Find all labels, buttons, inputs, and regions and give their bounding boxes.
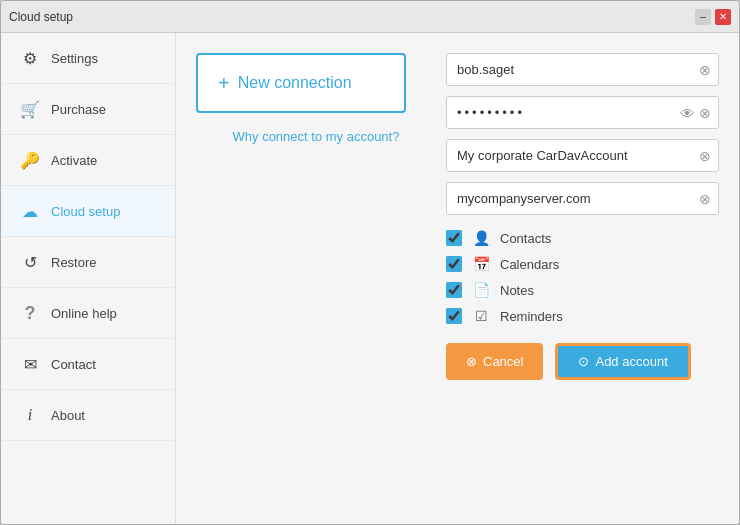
add-icon: ⊙ — [578, 354, 589, 369]
password-row: 👁 ⊗ — [446, 96, 719, 129]
cloud-icon: ☁ — [19, 200, 41, 222]
cancel-button[interactable]: ⊗ Cancel — [446, 343, 543, 380]
notes-checkbox-row: 📄 Notes — [446, 281, 719, 299]
sidebar-item-restore[interactable]: ↺ Restore — [1, 237, 175, 288]
server-row: ⊗ — [446, 182, 719, 215]
sidebar-item-contact-label: Contact — [51, 357, 96, 372]
sidebar-item-cloud-setup[interactable]: ☁ Cloud setup — [1, 186, 175, 237]
app-window: Cloud setup – ✕ ⚙ Settings 🛒 Purchase 🔑 … — [0, 0, 740, 525]
sidebar-item-settings[interactable]: ⚙ Settings — [1, 33, 175, 84]
username-clear-button[interactable]: ⊗ — [699, 62, 711, 78]
username-input[interactable] — [446, 53, 719, 86]
server-clear-icon-wrapper: ⊗ — [699, 191, 711, 207]
server-clear-button[interactable]: ⊗ — [699, 191, 711, 207]
new-connection-label: New connection — [238, 74, 352, 92]
password-clear-button[interactable]: ⊗ — [699, 105, 711, 121]
sidebar-item-activate-label: Activate — [51, 153, 97, 168]
notes-icon: 📄 — [472, 281, 490, 299]
account-name-row: ⊗ — [446, 139, 719, 172]
reminders-label: Reminders — [500, 309, 563, 324]
server-input[interactable] — [446, 182, 719, 215]
sidebar-item-cloud-label: Cloud setup — [51, 204, 120, 219]
notes-checkbox[interactable] — [446, 282, 462, 298]
add-account-label: Add account — [595, 354, 667, 369]
why-connect-link[interactable]: Why connect to my account? — [196, 129, 426, 144]
reminders-icon: ☑ — [472, 307, 490, 325]
settings-icon: ⚙ — [19, 47, 41, 69]
close-button[interactable]: ✕ — [715, 9, 731, 25]
plus-icon: + — [218, 73, 230, 93]
password-icons-wrapper: 👁 ⊗ — [680, 104, 711, 121]
cancel-icon: ⊗ — [466, 354, 477, 369]
cancel-label: Cancel — [483, 354, 523, 369]
calendars-icon: 📅 — [472, 255, 490, 273]
content-area: ⚙ Settings 🛒 Purchase 🔑 Activate ☁ Cloud… — [1, 33, 739, 524]
left-panel: + New connection Why connect to my accou… — [196, 53, 426, 504]
account-name-input[interactable] — [446, 139, 719, 172]
sidebar-item-help-label: Online help — [51, 306, 117, 321]
account-name-clear-icon-wrapper: ⊗ — [699, 148, 711, 164]
contacts-icon: 👤 — [472, 229, 490, 247]
sidebar-item-purchase-label: Purchase — [51, 102, 106, 117]
sidebar-item-purchase[interactable]: 🛒 Purchase — [1, 84, 175, 135]
buttons-row: ⊗ Cancel ⊙ Add account — [446, 343, 719, 380]
username-row: ⊗ — [446, 53, 719, 86]
contacts-checkbox-row: 👤 Contacts — [446, 229, 719, 247]
reminders-checkbox[interactable] — [446, 308, 462, 324]
reminders-checkbox-row: ☑ Reminders — [446, 307, 719, 325]
checkboxes-section: 👤 Contacts 📅 Calendars 📄 Notes — [446, 229, 719, 325]
sidebar: ⚙ Settings 🛒 Purchase 🔑 Activate ☁ Cloud… — [1, 33, 176, 524]
calendars-label: Calendars — [500, 257, 559, 272]
sidebar-item-settings-label: Settings — [51, 51, 98, 66]
password-input[interactable] — [446, 96, 719, 129]
sidebar-item-contact[interactable]: ✉ Contact — [1, 339, 175, 390]
window-title: Cloud setup — [9, 10, 73, 24]
email-icon: ✉ — [19, 353, 41, 375]
minimize-button[interactable]: – — [695, 9, 711, 25]
cart-icon: 🛒 — [19, 98, 41, 120]
contacts-checkbox[interactable] — [446, 230, 462, 246]
form-panel: ⊗ 👁 ⊗ ⊗ — [426, 53, 719, 504]
sidebar-item-about-label: About — [51, 408, 85, 423]
key-icon: 🔑 — [19, 149, 41, 171]
contacts-label: Contacts — [500, 231, 551, 246]
sidebar-item-activate[interactable]: 🔑 Activate — [1, 135, 175, 186]
calendars-checkbox-row: 📅 Calendars — [446, 255, 719, 273]
title-bar: Cloud setup – ✕ — [1, 1, 739, 33]
sidebar-item-online-help[interactable]: ? Online help — [1, 288, 175, 339]
username-clear-icon-wrapper: ⊗ — [699, 62, 711, 78]
help-icon: ? — [19, 302, 41, 324]
calendars-checkbox[interactable] — [446, 256, 462, 272]
info-icon: i — [19, 404, 41, 426]
sidebar-item-restore-label: Restore — [51, 255, 97, 270]
add-account-button[interactable]: ⊙ Add account — [555, 343, 690, 380]
main-area: + New connection Why connect to my accou… — [176, 33, 739, 524]
restore-icon: ↺ — [19, 251, 41, 273]
account-name-clear-button[interactable]: ⊗ — [699, 148, 711, 164]
new-connection-button[interactable]: + New connection — [196, 53, 406, 113]
window-controls: – ✕ — [695, 9, 731, 25]
sidebar-item-about[interactable]: i About — [1, 390, 175, 441]
password-show-button[interactable]: 👁 — [680, 104, 695, 121]
notes-label: Notes — [500, 283, 534, 298]
